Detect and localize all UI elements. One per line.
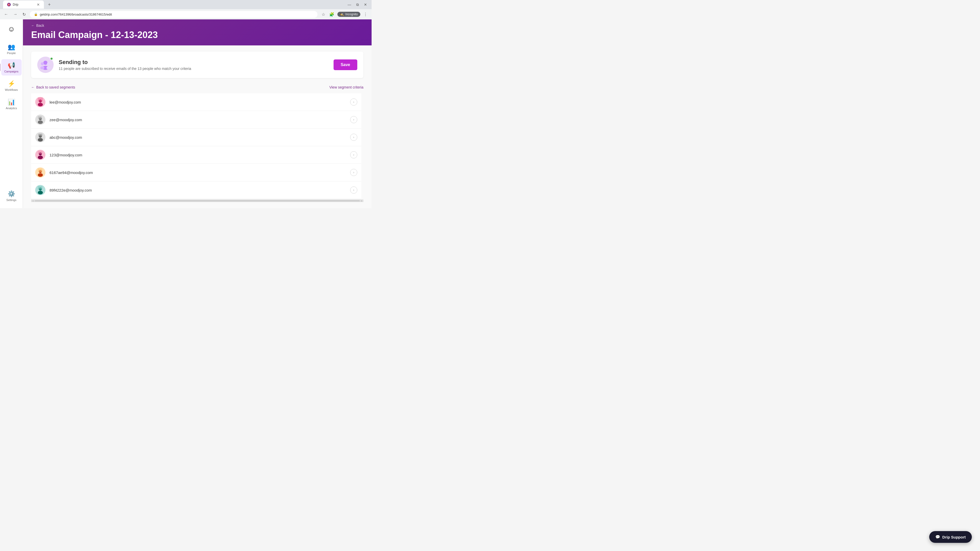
person-avatar bbox=[35, 132, 45, 142]
person-row[interactable]: 89f4222e@moodjoy.com › bbox=[31, 181, 361, 199]
person-detail-button[interactable]: › bbox=[350, 186, 357, 194]
sending-to-title: Sending to bbox=[59, 59, 191, 65]
sidebar-item-analytics[interactable]: 📊 Analytics bbox=[1, 96, 22, 112]
incognito-badge: 🕵 Incognito bbox=[337, 12, 360, 17]
app-container: ☺ 👥 People 📢 Campaigns ⚡ Workflows 📊 Ana… bbox=[0, 19, 372, 208]
workflows-icon: ⚡ bbox=[8, 80, 15, 87]
sidebar-item-workflows[interactable]: ⚡ Workflows bbox=[1, 78, 22, 94]
svg-rect-23 bbox=[38, 186, 42, 189]
maximize-button[interactable]: ⧉ bbox=[355, 2, 360, 7]
svg-rect-20 bbox=[38, 168, 42, 172]
refresh-button[interactable]: ↻ bbox=[21, 11, 27, 18]
avatar-group bbox=[37, 57, 54, 73]
back-segments-arrow-icon: ← bbox=[31, 85, 35, 89]
person-email: 6167ae94@moodjoy.com bbox=[49, 170, 346, 175]
sidebar-item-campaigns-label: Campaigns bbox=[4, 70, 19, 73]
browser-toolbar: ☆ 🧩 🕵 Incognito ⋮ bbox=[321, 11, 369, 18]
person-row[interactable]: lee@moodjoy.com › bbox=[31, 94, 361, 111]
person-detail-button[interactable]: › bbox=[350, 98, 357, 106]
more-options-button[interactable]: ⋮ bbox=[363, 11, 369, 18]
segment-nav: ← Back to saved segments View segment cr… bbox=[31, 83, 363, 91]
scrollbar-track[interactable] bbox=[35, 200, 360, 202]
back-to-segments-link[interactable]: ← Back to saved segments bbox=[31, 85, 75, 89]
online-indicator bbox=[50, 57, 53, 60]
person-detail-button[interactable]: › bbox=[350, 151, 357, 159]
svg-point-16 bbox=[38, 156, 43, 159]
people-list[interactable]: lee@moodjoy.com › zee@moodjoy.com › bbox=[31, 94, 363, 200]
sidebar-item-settings-label: Settings bbox=[6, 198, 17, 202]
incognito-label: Incognito bbox=[345, 13, 358, 16]
svg-point-0 bbox=[43, 61, 48, 65]
address-bar[interactable]: 🔒 getdrip.com/7641396/broadcasts/3186746… bbox=[30, 11, 318, 18]
scroll-right-icon[interactable]: › bbox=[360, 200, 363, 202]
campaign-title: Email Campaign - 12-13-2023 bbox=[31, 30, 158, 40]
sidebar: ☺ 👥 People 📢 Campaigns ⚡ Workflows 📊 Ana… bbox=[0, 19, 23, 208]
browser-chrome: 🎯 Drip ✕ + — ⧉ ✕ ← → ↻ 🔒 getdrip.com/764… bbox=[0, 0, 372, 19]
sending-to-description: 11 people are subscribed to receive emai… bbox=[59, 67, 191, 71]
person-email: lee@moodjoy.com bbox=[49, 100, 346, 104]
lock-icon: 🔒 bbox=[34, 13, 38, 16]
browser-tab[interactable]: 🎯 Drip ✕ bbox=[3, 0, 44, 9]
tab-close-button[interactable]: ✕ bbox=[37, 3, 40, 6]
svg-point-3 bbox=[46, 66, 51, 69]
person-email: 123@moodjoy.com bbox=[49, 153, 346, 157]
person-detail-button[interactable]: › bbox=[350, 134, 357, 141]
horizontal-scrollbar[interactable]: ‹ › bbox=[31, 200, 363, 202]
svg-point-5 bbox=[40, 66, 45, 69]
sidebar-item-people-label: People bbox=[7, 52, 16, 55]
svg-rect-8 bbox=[38, 97, 43, 102]
person-row[interactable]: 123@moodjoy.com › bbox=[31, 146, 361, 164]
person-email: 89f4222e@moodjoy.com bbox=[49, 188, 346, 192]
sidebar-item-workflows-label: Workflows bbox=[5, 88, 18, 91]
svg-point-22 bbox=[38, 191, 43, 194]
svg-point-7 bbox=[38, 103, 43, 106]
person-email: abc@moodjoy.com bbox=[49, 135, 346, 140]
person-email: zee@moodjoy.com bbox=[49, 118, 346, 122]
sidebar-item-campaigns[interactable]: 📢 Campaigns bbox=[1, 59, 22, 76]
svg-point-19 bbox=[38, 173, 43, 177]
content-area: Sending to 11 people are subscribed to r… bbox=[23, 45, 372, 208]
tab-title: Drip bbox=[13, 3, 18, 6]
person-detail-button[interactable]: › bbox=[350, 116, 357, 123]
svg-point-2 bbox=[47, 62, 50, 65]
forward-nav-button[interactable]: → bbox=[12, 11, 18, 17]
people-list-container: lee@moodjoy.com › zee@moodjoy.com › bbox=[31, 94, 363, 200]
svg-point-13 bbox=[38, 138, 43, 141]
svg-point-4 bbox=[41, 62, 44, 65]
save-button[interactable]: Save bbox=[334, 59, 357, 70]
person-avatar bbox=[35, 150, 45, 160]
back-to-segments-label: Back to saved segments bbox=[36, 85, 75, 89]
url-display: getdrip.com/7641396/broadcasts/318674615… bbox=[40, 13, 112, 16]
person-row[interactable]: 6167ae94@moodjoy.com › bbox=[31, 164, 361, 181]
sidebar-item-people[interactable]: 👥 People bbox=[1, 41, 22, 57]
svg-point-10 bbox=[38, 121, 43, 124]
analytics-icon: 📊 bbox=[8, 98, 15, 106]
person-avatar bbox=[35, 185, 45, 195]
view-segment-criteria-link[interactable]: View segment criteria bbox=[329, 85, 363, 89]
scroll-left-icon[interactable]: ‹ bbox=[31, 200, 35, 202]
logo: ☺ bbox=[6, 24, 17, 35]
close-window-button[interactable]: ✕ bbox=[363, 2, 369, 7]
person-avatar bbox=[35, 97, 45, 107]
incognito-icon: 🕵 bbox=[340, 13, 344, 16]
person-row[interactable]: zee@moodjoy.com › bbox=[31, 111, 361, 129]
tab-favicon: 🎯 bbox=[7, 3, 11, 6]
title-bar: 🎯 Drip ✕ + — ⧉ ✕ bbox=[0, 0, 372, 9]
back-nav-button[interactable]: ← bbox=[3, 11, 9, 17]
back-link[interactable]: ← Back bbox=[31, 24, 44, 27]
main-content: ← Back Email Campaign - 12-13-2023 Moodj… bbox=[23, 19, 372, 208]
person-row[interactable]: abc@moodjoy.com › bbox=[31, 129, 361, 146]
star-button[interactable]: ☆ bbox=[321, 11, 326, 18]
sending-to-text: Sending to 11 people are subscribed to r… bbox=[59, 59, 191, 71]
svg-rect-14 bbox=[38, 134, 42, 136]
extensions-button[interactable]: 🧩 bbox=[328, 11, 335, 18]
header-banner: ← Back Email Campaign - 12-13-2023 Moodj… bbox=[23, 19, 372, 45]
sidebar-item-analytics-label: Analytics bbox=[6, 106, 17, 110]
new-tab-button[interactable]: + bbox=[46, 1, 53, 8]
person-detail-button[interactable]: › bbox=[350, 169, 357, 176]
minimize-button[interactable]: — bbox=[346, 2, 353, 7]
person-avatar bbox=[35, 114, 45, 125]
sidebar-item-settings[interactable]: ⚙️ Settings bbox=[1, 188, 22, 204]
settings-icon: ⚙️ bbox=[8, 190, 15, 197]
logo-icon: ☺ bbox=[8, 25, 15, 33]
